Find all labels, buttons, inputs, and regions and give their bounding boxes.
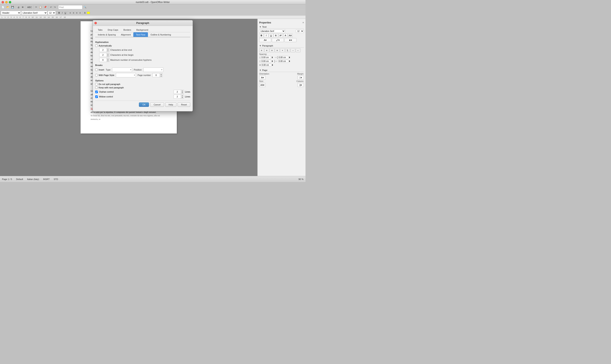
orphan-down[interactable]: ▼ <box>181 92 184 94</box>
spacing-above-input[interactable] <box>261 56 271 59</box>
indent-less-btn[interactable]: ← <box>296 48 300 52</box>
max-hyphens-down[interactable]: ▼ <box>107 60 109 62</box>
open-btn[interactable]: 📂 <box>6 5 10 9</box>
chars-line-begin-arrows[interactable]: ▲ ▼ <box>106 53 109 57</box>
chars-line-begin-down[interactable]: ▼ <box>107 55 109 57</box>
shadow-btn[interactable]: A <box>283 33 288 38</box>
reset-button[interactable]: Reset <box>178 103 190 107</box>
chars-line-end-down[interactable]: ▼ <box>107 50 109 52</box>
spacing-below-input[interactable] <box>261 60 271 63</box>
font-color-panel-btn[interactable]: A▾ <box>259 38 271 42</box>
portrait-btn[interactable]: A▾ <box>259 76 266 79</box>
tab-indents-spacing[interactable]: Indents & Spacing <box>95 32 118 37</box>
spacing-below-spin[interactable]: ⬍ <box>272 60 273 62</box>
minimize-button[interactable] <box>5 1 8 3</box>
underline-format-btn[interactable]: U <box>269 33 273 38</box>
column-btn[interactable]: ||▾ <box>298 83 304 87</box>
redo-btn[interactable]: ↪ <box>53 5 56 9</box>
undo-btn[interactable]: ↩ <box>49 5 53 9</box>
widow-up[interactable]: ▲ <box>181 95 184 97</box>
panel-font-selector[interactable]: Liberation Serif <box>259 29 285 33</box>
cut-btn[interactable]: ✂ <box>35 5 38 9</box>
max-hyphens-input[interactable] <box>99 58 106 62</box>
max-hyphens-arrows[interactable]: ▲ ▼ <box>106 58 109 62</box>
panel-close-icon[interactable]: × <box>302 21 304 24</box>
print-btn[interactable]: 🖨 <box>17 6 20 9</box>
preview-btn[interactable]: 👁 <box>21 6 25 9</box>
font-color-btn[interactable]: A <box>83 11 86 14</box>
superscript-btn[interactable]: A² <box>278 33 283 38</box>
line-spacing-input[interactable] <box>261 64 271 66</box>
new-btn[interactable]: 📄 <box>1 5 5 9</box>
widow-down[interactable]: ▼ <box>181 97 184 98</box>
align-right-panel-btn[interactable]: ≡ <box>270 48 274 52</box>
chars-line-begin-up[interactable]: ▲ <box>107 53 109 55</box>
underline-btn[interactable]: U <box>64 11 67 14</box>
page-style-checkbox[interactable] <box>95 74 98 76</box>
align-right-btn[interactable]: ≡ <box>75 11 78 14</box>
chars-line-end-arrows[interactable]: ▲ ▼ <box>106 48 109 52</box>
strikethrough-format-btn[interactable]: S <box>274 33 278 38</box>
tab-borders[interactable]: Borders <box>121 27 134 32</box>
tab-alignment[interactable]: Alignment <box>118 32 133 37</box>
align-justify-btn[interactable]: ≡ <box>78 11 81 14</box>
cancel-button[interactable]: Cancel <box>150 103 164 107</box>
align-center-btn[interactable]: ≡ <box>72 11 75 14</box>
uppercase-btn[interactable]: AA <box>288 33 292 38</box>
indent-input[interactable] <box>278 56 288 59</box>
italic-btn[interactable]: I <box>61 11 63 14</box>
ok-button[interactable]: OK <box>139 103 149 107</box>
tab-outline-numbering[interactable]: Outline & Numbering <box>148 32 174 37</box>
size-btn[interactable]: A4▾ <box>259 83 266 87</box>
orphan-checkbox[interactable] <box>95 91 98 93</box>
save-btn[interactable]: 💾 <box>10 5 15 9</box>
orphan-up[interactable]: ▲ <box>181 90 184 92</box>
spellcheck-btn[interactable]: ABC <box>26 6 33 9</box>
align-left-btn[interactable]: ≡ <box>69 11 72 14</box>
indent-right-input[interactable] <box>278 60 288 63</box>
tab-tabs[interactable]: Tabs <box>95 27 105 32</box>
align-left-panel-btn[interactable]: ≡ <box>259 48 264 52</box>
page-number-input[interactable] <box>152 73 160 77</box>
auto-hyphenation-checkbox[interactable] <box>95 44 98 47</box>
page-style-dropdown[interactable]: ▼ <box>116 73 136 77</box>
orphan-input[interactable] <box>174 90 181 94</box>
text-extra-btn[interactable]: ★▾ <box>285 38 297 42</box>
indent-spin[interactable]: ⬍ <box>289 56 290 59</box>
list-btn[interactable]: • <box>280 48 285 52</box>
indent-more-btn[interactable]: → <box>290 48 295 52</box>
align-justify-panel-btn[interactable]: ≡ <box>275 48 280 52</box>
position-dropdown[interactable]: ▼ <box>143 67 163 72</box>
bold-btn[interactable]: B <box>58 11 61 14</box>
find-btn[interactable]: 🔍 <box>83 5 87 9</box>
size-selector[interactable]: 12 <box>48 11 56 15</box>
align-center-panel-btn[interactable]: ≡ <box>264 48 269 52</box>
tab-drop-caps[interactable]: Drop Caps <box>105 27 121 32</box>
close-button[interactable] <box>2 1 4 3</box>
break-insert-checkbox[interactable] <box>95 68 98 71</box>
maximize-button[interactable] <box>9 1 11 3</box>
keep-next-checkbox[interactable] <box>95 86 98 89</box>
type-dropdown[interactable]: ▼ <box>112 67 132 72</box>
widow-input[interactable] <box>174 95 181 99</box>
font-selector[interactable]: Liberation Serif <box>21 11 47 15</box>
chars-line-end-input[interactable] <box>99 48 106 52</box>
panel-size-selector[interactable]: 12 <box>296 29 304 33</box>
style-selector[interactable]: Header <box>1 11 21 15</box>
margin-btn[interactable]: □▾ <box>298 76 304 79</box>
tab-text-flow[interactable]: Text Flow <box>133 32 148 37</box>
chars-line-end-up[interactable]: ▲ <box>107 48 109 50</box>
widow-arrows[interactable]: ▲ ▼ <box>181 95 184 99</box>
max-hyphens-up[interactable]: ▲ <box>107 58 109 60</box>
widow-checkbox[interactable] <box>95 95 98 98</box>
orphan-arrows[interactable]: ▲ ▼ <box>181 90 184 94</box>
num-list-btn[interactable]: 1. <box>285 48 290 52</box>
italic-format-btn[interactable]: I <box>264 33 268 38</box>
text-highlight-btn[interactable]: 🖊▾ <box>272 38 284 42</box>
paste-btn[interactable]: 📌 <box>43 5 48 9</box>
highlight-btn[interactable] <box>87 12 90 14</box>
indent-right-spin[interactable]: ⬍ <box>289 60 290 62</box>
copy-btn[interactable]: 📋 <box>38 5 43 9</box>
page-number-down[interactable]: ▼ <box>160 75 162 77</box>
page-number-arrows[interactable]: ▲ ▼ <box>160 73 163 77</box>
